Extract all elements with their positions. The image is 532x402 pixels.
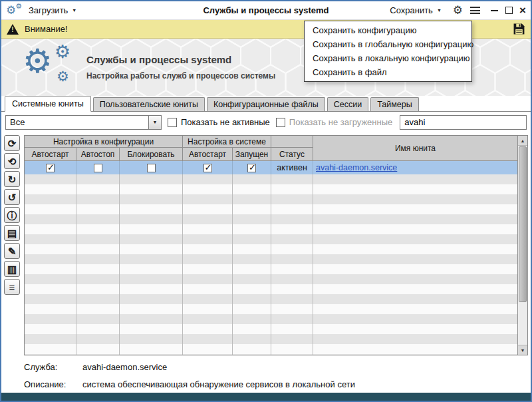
detail-panel: Служба: avahi-daemon.service Описание: с… xyxy=(1,355,531,393)
show-unloaded-checkbox[interactable] xyxy=(276,118,285,127)
app-gears-icon: ⚙ ⚙ xyxy=(6,3,22,18)
unit-name-link[interactable]: avahi-daemon.service xyxy=(316,163,397,172)
unit-filter-select[interactable]: Все ▼ xyxy=(5,115,162,130)
column-divider xyxy=(119,174,120,355)
restart-unit-button[interactable]: ↻ xyxy=(4,171,20,187)
refresh-button[interactable]: ⟳ xyxy=(4,135,20,151)
column-header-autostart-config[interactable]: Автостарт xyxy=(25,148,76,161)
reload-daemon-icon: ⟲ xyxy=(8,156,17,166)
tab-system-units[interactable]: Системные юниты xyxy=(5,96,91,112)
restart-icon: ↻ xyxy=(8,174,17,184)
show-inactive-checkbox[interactable] xyxy=(168,118,177,127)
gear-icon: ⚙ xyxy=(55,43,70,61)
scroll-up-button[interactable]: ▲ xyxy=(518,136,527,146)
gear-icon: ⚙ xyxy=(23,45,53,78)
column-header-unit-name[interactable]: Имя юнита xyxy=(313,136,517,161)
column-divider xyxy=(76,174,76,355)
autostart-config-checkbox[interactable] xyxy=(46,164,55,172)
info-icon: ⓘ xyxy=(7,210,17,220)
tab-sessions[interactable]: Сессии xyxy=(327,97,368,111)
group-header-config: Настройка в конфигурации xyxy=(25,136,183,148)
tab-config-files[interactable]: Конфигурационные файлы xyxy=(207,97,325,111)
stop-unit-button[interactable]: ↺ xyxy=(4,189,20,205)
undo-arrow-icon: ↺ xyxy=(8,192,17,202)
reload-daemon-button[interactable]: ⟲ xyxy=(4,153,20,169)
group-header-empty xyxy=(271,136,313,148)
tab-timers[interactable]: Таймеры xyxy=(370,97,419,111)
combo-dropdown-button[interactable]: ▼ xyxy=(148,116,161,129)
column-header-block[interactable]: Блокировать xyxy=(120,148,183,161)
file-icon: ▤ xyxy=(7,228,17,238)
unit-info-button[interactable]: ⓘ xyxy=(4,207,20,223)
column-divider xyxy=(313,174,313,355)
app-logo-gears: ⚙ ⚙ ⚙ xyxy=(23,42,78,93)
chevron-down-icon: ▼ xyxy=(72,8,76,13)
refresh-icon: ⟳ xyxy=(8,138,17,148)
window-title: Службы и процессы systemd xyxy=(203,5,329,15)
close-button[interactable]: × xyxy=(519,6,526,15)
scrollbar-thumb[interactable] xyxy=(519,146,527,302)
warning-text: Внимание! xyxy=(25,24,68,34)
column-divider xyxy=(182,174,183,355)
save-dropdown-menu: Сохранить конфигурацию Сохранить в глоба… xyxy=(304,21,472,82)
search-input[interactable] xyxy=(400,115,527,130)
tabs-bar: Системные юниты Пользовательские юниты К… xyxy=(1,96,531,112)
settings-gear-button[interactable]: ⚙ xyxy=(453,5,463,16)
chevron-down-icon: ▼ xyxy=(437,8,442,13)
block-checkbox[interactable] xyxy=(147,164,156,172)
table-header: Настройка в конфигурации Настройка в сис… xyxy=(25,136,517,161)
menu-item-save-to-file[interactable]: Сохранить в файл xyxy=(305,65,471,79)
gear-icon: ⚙ xyxy=(6,3,16,18)
maximize-button[interactable] xyxy=(505,6,513,15)
edit-unit-file-button[interactable]: ✎ xyxy=(4,243,20,259)
menu-item-save-config[interactable]: Сохранить конфигурацию xyxy=(305,23,471,37)
column-divider xyxy=(232,174,233,355)
side-toolbar: ⟳ ⟲ ↻ ↺ ⓘ ▤ ✎ ▥ ≡ xyxy=(4,135,23,355)
column-header-status[interactable]: Статус xyxy=(271,148,313,161)
window-controls: × xyxy=(490,6,526,15)
save-menu-button[interactable]: Сохранить ▼ xyxy=(386,3,446,18)
autostart-system-checkbox[interactable] xyxy=(203,164,212,172)
running-checkbox[interactable] xyxy=(247,164,256,172)
save-file-icon[interactable] xyxy=(513,23,525,35)
gear-icon: ⚙ xyxy=(15,1,22,11)
column-divider xyxy=(271,174,271,355)
empty-rows-area xyxy=(25,174,517,355)
show-inactive-label: Показать не активные xyxy=(181,117,270,127)
scroll-down-button[interactable]: ▼ xyxy=(518,345,527,355)
main-area: ⟳ ⟲ ↻ ↺ ⓘ ▤ ✎ ▥ ≡ Настройка в конфигурац… xyxy=(1,132,531,355)
service-label: Служба: xyxy=(24,362,82,372)
page-subtitle: Настройка работы служб и процессов систе… xyxy=(86,71,275,81)
view-log-button[interactable]: ▥ xyxy=(4,261,20,277)
menu-item-save-global-config[interactable]: Сохранить в глобальную конфигурацию xyxy=(305,37,471,51)
gear-icon: ⚙ xyxy=(453,5,463,16)
load-menu-label: Загрузить xyxy=(29,5,68,15)
minimize-button[interactable] xyxy=(490,6,499,15)
chevron-down-icon: ▼ xyxy=(153,120,158,124)
filter-bar: Все ▼ Показать не активные Показать не з… xyxy=(1,112,531,132)
service-value: avahi-daemon.service xyxy=(82,362,525,372)
vertical-scrollbar[interactable]: ▲ ▼ xyxy=(517,136,527,355)
save-menu-label: Сохранить xyxy=(390,5,433,15)
load-menu-button[interactable]: Загрузить ▼ xyxy=(25,3,80,18)
hamburger-icon xyxy=(470,7,480,14)
autostop-checkbox[interactable] xyxy=(94,164,102,172)
list-dependencies-button[interactable]: ≡ xyxy=(4,279,20,295)
menu-item-save-local-config[interactable]: Сохранить в локальную конфигурацию xyxy=(305,51,471,65)
units-table: Настройка в конфигурации Настройка в сис… xyxy=(24,135,528,355)
hamburger-menu-button[interactable] xyxy=(470,7,480,14)
view-unit-file-button[interactable]: ▤ xyxy=(4,225,20,241)
table-row[interactable]: активен avahi-daemon.service xyxy=(25,161,517,174)
bottom-status-bar xyxy=(1,393,531,401)
edit-pencil-icon: ✎ xyxy=(8,246,17,256)
column-header-autostop[interactable]: Автостоп xyxy=(76,148,120,161)
unit-filter-value: Все xyxy=(6,117,148,127)
description-label: Описание: xyxy=(24,379,82,389)
app-window: ⚙ ⚙ Загрузить ▼ Службы и процессы system… xyxy=(0,0,532,402)
titlebar: ⚙ ⚙ Загрузить ▼ Службы и процессы system… xyxy=(1,1,531,20)
status-cell: активен xyxy=(271,161,313,174)
column-header-running[interactable]: Запущен xyxy=(233,148,271,161)
tab-user-units[interactable]: Пользовательские юниты xyxy=(93,97,205,111)
column-header-autostart-system[interactable]: Автостарт xyxy=(183,148,233,161)
page-title: Службы и процессы systemd xyxy=(86,54,275,65)
